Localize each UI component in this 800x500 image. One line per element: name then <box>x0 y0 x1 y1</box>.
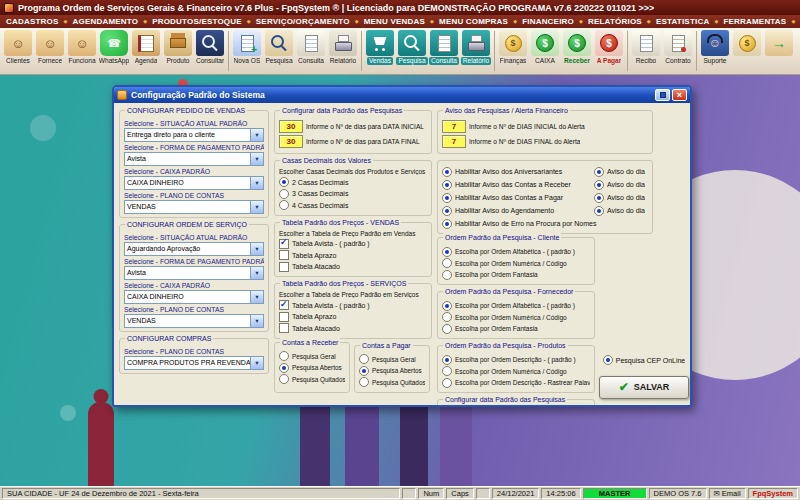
toolbar-consulta-os-button[interactable]: Consulta <box>295 29 327 65</box>
menu-cadastros[interactable]: CADASTROS <box>6 17 58 26</box>
field-label: Selecione - CAIXA PADRÃO <box>124 168 264 175</box>
menu-ferramentas[interactable]: FERRAMENTAS <box>709 17 786 26</box>
pedido-pagamento-combo[interactable]: Avista▼ <box>124 152 264 166</box>
compras-plano-contas-combo[interactable]: COMPRA PRODUTOS PRA REVENDA▼ <box>124 356 264 370</box>
toolbar-relatorio-os-button[interactable]: Relatório <box>327 29 359 65</box>
toolbar-separator <box>696 31 697 71</box>
option-aviso-erro-procura-nomes[interactable]: Habilitar Aviso de Erro na Procura por N… <box>442 219 648 229</box>
menu-agendamento[interactable]: AGENDAMENTO <box>58 17 138 26</box>
menu-servico-orcamento[interactable]: SERVIÇO/ORÇAMENTO <box>242 17 350 26</box>
option-fornecedor-alfabetica[interactable]: Escolha por Ordem Alfabética - ( padrão … <box>442 301 590 311</box>
menu-relatorios[interactable]: RELATÓRIOS <box>574 17 642 26</box>
option-tabela-atacado-servicos[interactable]: Tabela Atacado <box>279 323 427 333</box>
option-fornecedor-numerica[interactable]: Escolha por Ordem Numérica / Código <box>442 312 590 322</box>
exit-icon <box>765 30 793 56</box>
option-tabela-atacado-vendas[interactable]: Tabela Atacado <box>279 262 427 272</box>
toolbar-vendas-button[interactable]: Vendas <box>364 29 396 65</box>
menu-financeiro[interactable]: FINANCEIRO <box>508 17 574 26</box>
option-label: Escolha por Ordem Numérica / Código <box>455 314 567 321</box>
pedido-situacao-combo[interactable]: Entrega direto para o cliente▼ <box>124 128 264 142</box>
toolbar-consulta-vendas-button[interactable]: Consulta <box>428 29 460 65</box>
os-plano-contas-combo[interactable]: VENDAS▼ <box>124 314 264 328</box>
toolbar-financas-button[interactable]: Finanças <box>497 29 529 65</box>
option-pagar-pesquisa-abertos[interactable]: Pesquisa Abertos <box>359 366 425 376</box>
toolbar-whatsapp-button[interactable]: WhatsApp <box>98 29 130 65</box>
option-cliente-numerica[interactable]: Escolha por Ordem Numérica / Código <box>442 258 590 268</box>
alerta-dias-final-field[interactable]: 7 <box>442 135 466 148</box>
toolbar-produto-button[interactable]: Produto <box>162 29 194 65</box>
checkbox-icon <box>279 312 289 322</box>
option-aviso-agendamento[interactable]: Habilitar Aviso do Agendamento <box>442 206 594 216</box>
menu-vendas[interactable]: MENU VENDAS <box>350 17 425 26</box>
option-4-casas-decimais[interactable]: 4 Casas Decimais <box>279 200 427 210</box>
os-situacao-combo[interactable]: Aguardando Aprovação▼ <box>124 242 264 256</box>
option-fornecedor-fantasia[interactable]: Escolha por Ordem Fantasia <box>442 324 590 334</box>
os-caixa-combo[interactable]: CAIXA DINHEIRO▼ <box>124 290 264 304</box>
dialog-titlebar[interactable]: Configuração Padrão do Sistema × <box>114 87 690 103</box>
dialog-action-panel: Pesquisa CEP OnLine SALVAR SAIR <box>599 234 689 405</box>
option-cliente-fantasia[interactable]: Escolha por Ordem Fantasia <box>442 270 590 280</box>
option-pagar-pesquisa-quitados[interactable]: Pesquisa Quitados <box>359 377 425 387</box>
field-label: Informe o Nº de dias para DATA INICIAL <box>306 123 424 130</box>
menu-ajuda[interactable]: AJUDA <box>786 17 800 26</box>
option-aviso-do-dia-4[interactable]: Aviso do dia <box>594 206 648 216</box>
toolbar-recibo-button[interactable]: Recibo <box>630 29 662 65</box>
toolbar-funcionarios-button[interactable]: Funciona <box>66 29 98 65</box>
option-receber-pesquisa-geral[interactable]: Pesquisa Geral <box>279 351 345 361</box>
toolbar-relatorio-vendas-button[interactable]: Relatório <box>460 29 492 65</box>
option-aviso-contas-receber[interactable]: Habilitar Aviso das Contas a Receber <box>442 180 594 190</box>
menu-estatistica[interactable]: ESTATISTICA <box>642 17 710 26</box>
option-aviso-do-dia-1[interactable]: Aviso do dia <box>594 167 648 177</box>
option-tabela-avista-vendas[interactable]: Tabela Avista - ( padrão ) <box>279 239 427 249</box>
menu-compras[interactable]: MENU COMPRAS <box>425 17 508 26</box>
menu-produtos-estoque[interactable]: PRODUTOS/ESTOQUE <box>138 17 242 26</box>
option-2-casas-decimais[interactable]: 2 Casas Decimais <box>279 177 427 187</box>
option-tabela-avista-servicos[interactable]: Tabela Avista - ( padrão ) <box>279 300 427 310</box>
toolbar-suporte-button[interactable]: Suporte <box>699 29 731 65</box>
option-pesquisa-cep-online[interactable]: Pesquisa CEP OnLine <box>603 355 686 365</box>
pedido-plano-contas-combo[interactable]: VENDAS▼ <box>124 200 264 214</box>
toolbar-consultar-button[interactable]: Consultar <box>194 29 226 65</box>
toolbar-receber-button[interactable]: Receber <box>561 29 593 65</box>
radio-icon <box>359 354 369 364</box>
alerta-dias-inicial-field[interactable]: 7 <box>442 120 466 133</box>
option-cliente-alfabetica[interactable]: Escolha por Ordem Alfabética - ( padrão … <box>442 247 590 257</box>
dias-inicial-field[interactable]: 30 <box>279 120 303 133</box>
toolbar-exit-button[interactable] <box>763 29 795 57</box>
toolbar-fornecedores-button[interactable]: Fornece <box>34 29 66 65</box>
option-aviso-contas-pagar[interactable]: Habilitar Aviso das Contas a Pagar <box>442 193 594 203</box>
dialog-configuracao-padrao-sistema: Configuração Padrão do Sistema × CONFIGU… <box>112 85 692 407</box>
option-receber-pesquisa-quitados[interactable]: Pesquisa Quitados <box>279 374 345 384</box>
toolbar-a-pagar-button[interactable]: A Pagar <box>593 29 625 65</box>
radio-icon <box>594 180 604 190</box>
option-produtos-descricao[interactable]: Escolha por Ordem Descrição - ( padrão ) <box>442 355 590 365</box>
dias-final-field[interactable]: 30 <box>279 135 303 148</box>
pedido-caixa-combo[interactable]: CAIXA DINHEIRO▼ <box>124 176 264 190</box>
os-pagamento-combo[interactable]: Avista▼ <box>124 266 264 280</box>
field-label: Selecione - PLANO DE CONTAS <box>124 306 264 313</box>
option-receber-pesquisa-abertos[interactable]: Pesquisa Abertos <box>279 363 345 373</box>
toolbar-coins-button[interactable] <box>731 29 763 57</box>
option-aviso-do-dia-3[interactable]: Aviso do dia <box>594 193 648 203</box>
dialog-close-button[interactable]: × <box>672 89 687 101</box>
toolbar-clientes-button[interactable]: Clientes <box>2 29 34 65</box>
option-produtos-numerica[interactable]: Escolha por Ordem Numérica / Código <box>442 366 590 376</box>
group-alerta-financeiro: Aviso das Pesquisas / Alerta Financeiro … <box>437 110 653 154</box>
dialog-minimize-button[interactable] <box>655 89 670 101</box>
option-aviso-aniversariantes[interactable]: Habilitar Aviso dos Aniversariantes <box>442 167 594 177</box>
option-produtos-rastrear-palavra[interactable]: Escolha por Ordem Descrição - Rastrear P… <box>442 378 590 388</box>
status-email[interactable]: ✉Email <box>709 488 746 499</box>
toolbar-caixa-button[interactable]: CAIXA <box>529 29 561 65</box>
status-caps: Caps <box>446 488 474 499</box>
toolbar-agenda-button[interactable]: Agenda <box>130 29 162 65</box>
option-pagar-pesquisa-geral[interactable]: Pesquisa Geral <box>359 354 425 364</box>
option-tabela-aprazo-servicos[interactable]: Tabela Aprazo <box>279 312 427 322</box>
toolbar-pesquisa-vendas-button[interactable]: Pesquisa <box>396 29 428 65</box>
toolbar-nova-os-button[interactable]: Nova OS <box>231 29 263 65</box>
toolbar-contrato-button[interactable]: Contrato <box>662 29 694 65</box>
toolbar-pesquisa-os-button[interactable]: Pesquisa <box>263 29 295 65</box>
option-tabela-aprazo-vendas[interactable]: Tabela Aprazo <box>279 250 427 260</box>
option-3-casas-decimais[interactable]: 3 Casas Decimais <box>279 189 427 199</box>
option-aviso-do-dia-2[interactable]: Aviso do dia <box>594 180 648 190</box>
salvar-button[interactable]: SALVAR <box>599 376 689 399</box>
